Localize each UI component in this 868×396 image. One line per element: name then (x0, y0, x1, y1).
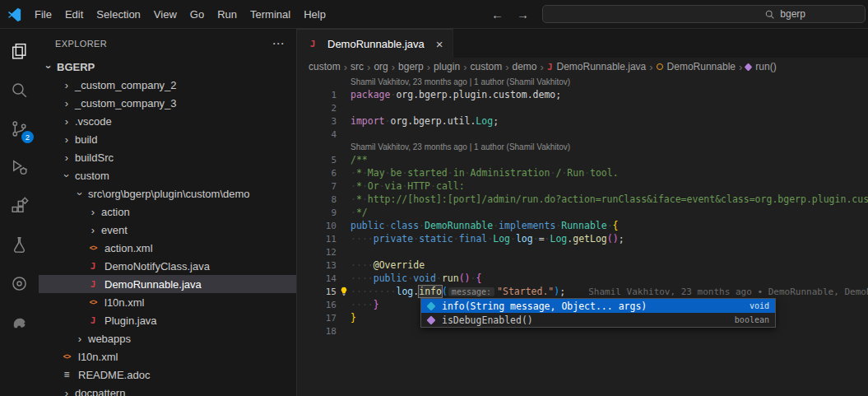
chevron-right-icon[interactable]: › (60, 387, 73, 396)
code-line[interactable]: 6·*·May·be·started·in·Administration·/·R… (297, 166, 868, 179)
line-number[interactable]: 2 (297, 103, 337, 114)
explorer-item[interactable]: ›custom (39, 166, 296, 184)
breadcrumb-item[interactable]: demo (513, 61, 537, 72)
activity-search[interactable] (0, 71, 39, 109)
explorer-item[interactable]: ›webapps (39, 329, 296, 347)
menu-edit[interactable]: Edit (58, 8, 90, 21)
activity-explorer[interactable] (0, 32, 39, 71)
line-number[interactable]: 15 (297, 287, 337, 297)
breadcrumb-item[interactable]: org (374, 61, 388, 72)
explorer-item[interactable]: <>action.xml (39, 239, 296, 257)
forward-arrow-icon[interactable]: → (517, 7, 529, 21)
back-arrow-icon[interactable]: ← (491, 7, 504, 21)
line-number[interactable]: 12 (297, 247, 337, 258)
breadcrumb-item[interactable]: DemoRunnable (657, 61, 736, 72)
line-number[interactable]: 11 (297, 234, 337, 245)
menu-terminal[interactable]: Terminal (244, 8, 297, 21)
code-line[interactable]: 4 (297, 128, 868, 141)
explorer-item[interactable]: JDemoNotifyClass.java (39, 257, 296, 275)
breadcrumb-item[interactable]: bgerp (398, 61, 424, 72)
activity-gradle[interactable] (0, 303, 39, 342)
line-number[interactable]: 6 (297, 168, 337, 179)
chevron-right-icon[interactable]: › (60, 115, 73, 128)
breadcrumb-item[interactable]: JDemoRunnable.java (547, 61, 646, 72)
line-number[interactable]: 14 (297, 273, 337, 284)
line-number[interactable]: 10 (297, 221, 337, 231)
menu-go[interactable]: Go (183, 8, 211, 21)
chevron-down-icon[interactable]: › (43, 60, 55, 73)
explorer-item[interactable]: ›.vscode (39, 112, 296, 130)
activity-testing[interactable] (0, 226, 39, 264)
code-line[interactable]: 15········log.info(message:"Started.");S… (297, 285, 868, 298)
codelens-annotation[interactable]: Shamil Vakhitov, 23 months ago | 1 autho… (297, 141, 868, 153)
line-number[interactable]: 5 (297, 155, 337, 165)
title-search-input[interactable]: bgerp (542, 5, 866, 23)
explorer-item[interactable]: <>l10n.xml (39, 293, 296, 311)
lightbulb-icon[interactable] (339, 287, 349, 296)
line-number[interactable]: 1 (297, 90, 337, 100)
more-actions-icon[interactable]: ⋯ (272, 36, 285, 51)
line-number[interactable]: 9 (297, 207, 337, 218)
chevron-right-icon[interactable]: › (73, 333, 86, 345)
menu-file[interactable]: File (28, 8, 58, 21)
chevron-down-icon[interactable]: › (74, 187, 86, 200)
menu-run[interactable]: Run (211, 8, 244, 21)
line-number[interactable]: 18 (297, 326, 337, 337)
menu-help[interactable]: Help (297, 8, 332, 21)
line-number[interactable]: 3 (297, 116, 337, 127)
explorer-item[interactable]: ›event (39, 221, 296, 239)
explorer-item[interactable]: <>l10n.xml (39, 347, 296, 366)
chevron-right-icon[interactable]: › (60, 151, 73, 164)
line-number[interactable]: 7 (297, 181, 337, 192)
code-line[interactable]: 5/** (297, 153, 868, 166)
code-line[interactable]: 9·*/ (297, 206, 868, 219)
code-line[interactable]: 11····private·static·final·Log·log·=·Log… (297, 232, 868, 245)
close-tab-icon[interactable]: × (436, 37, 443, 51)
code-line[interactable]: 8·*·http://[host]:[port]/admin/run.do?ac… (297, 193, 868, 206)
menu-selection[interactable]: Selection (90, 8, 146, 21)
explorer-item[interactable]: ›docpattern (39, 384, 296, 396)
line-number[interactable]: 17 (297, 313, 337, 324)
chevron-right-icon[interactable]: › (86, 224, 100, 236)
explorer-item[interactable]: ›buildSrc (39, 148, 296, 166)
tab-demorunnable[interactable]: J DemoRunnable.java × (297, 29, 453, 58)
line-number[interactable]: 4 (297, 129, 337, 140)
breadcrumb-item[interactable]: custom (309, 61, 341, 72)
chevron-right-icon[interactable]: › (60, 79, 73, 91)
line-number[interactable]: 8 (297, 194, 337, 205)
explorer-item[interactable]: JPlugin.java (39, 311, 296, 329)
explorer-item[interactable]: ›_custom_company_3 (39, 94, 296, 112)
line-number[interactable]: 13 (297, 260, 337, 271)
chevron-right-icon[interactable]: › (60, 133, 73, 146)
menu-view[interactable]: View (147, 8, 183, 21)
explorer-item[interactable]: JDemoRunnable.java (39, 275, 296, 293)
activity-tool-circle[interactable] (0, 264, 39, 303)
explorer-item[interactable]: ›src\org\bgerp\plugin\custom\demo (39, 184, 296, 203)
breadcrumb-item[interactable]: run() (745, 61, 776, 72)
activity-run-and-debug[interactable] (0, 148, 39, 187)
chevron-right-icon[interactable]: › (60, 97, 73, 109)
code-editor[interactable]: Shamil Vakhitov, 23 months ago | 1 autho… (297, 76, 868, 396)
activity-extensions[interactable] (0, 187, 39, 226)
code-line[interactable]: 3import·org.bgerp.util.Log; (297, 114, 868, 128)
breadcrumb-item[interactable]: plugin (434, 61, 460, 72)
suggest-item[interactable]: isDebugEnabled()boolean (421, 313, 775, 327)
explorer-item[interactable]: ›build (39, 130, 296, 148)
breadcrumb-item[interactable]: src (350, 61, 364, 72)
code-line[interactable]: 10public·class·DemoRunnable·implements·R… (297, 219, 868, 232)
code-line[interactable]: 2 (297, 101, 868, 114)
chevron-down-icon[interactable]: › (61, 169, 73, 182)
activity-source-control[interactable]: 2 (0, 109, 39, 148)
breadcrumb-item[interactable]: custom (470, 61, 502, 72)
code-line[interactable]: 12 (297, 245, 868, 259)
explorer-root[interactable]: ›BGERP (39, 58, 296, 76)
suggest-item[interactable]: info(String message, Object... args)void (421, 299, 775, 313)
code-line[interactable]: 13····@Override (297, 259, 868, 272)
code-line[interactable]: 14····public·void·run()·{ (297, 272, 868, 285)
line-number[interactable]: 16 (297, 300, 337, 310)
code-line[interactable]: 7·*·Or·via·HTTP·call: (297, 179, 868, 193)
explorer-item[interactable]: ›action (39, 203, 296, 221)
explorer-item[interactable]: ›_custom_company_2 (39, 76, 296, 94)
code-line[interactable]: 1package·org.bgerp.plugin.custom.demo; (297, 88, 868, 101)
explorer-item[interactable]: ≡README.adoc (39, 366, 296, 384)
